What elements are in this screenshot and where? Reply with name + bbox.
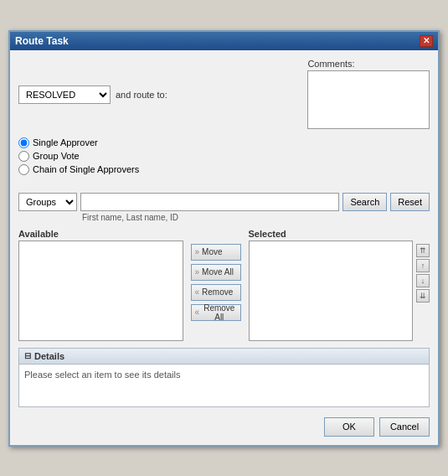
cancel-button[interactable]: Cancel: [379, 417, 430, 437]
move-label: Move: [202, 247, 222, 256]
search-button[interactable]: Search: [342, 193, 387, 211]
comments-label: Comments:: [307, 59, 430, 69]
search-row: Groups Users Roles Search Reset: [18, 193, 430, 211]
move-icon: »: [195, 247, 200, 256]
radio-group: Single Approver Group Vote Chain of Sing…: [18, 137, 430, 178]
reset-button[interactable]: Reset: [390, 193, 430, 211]
selected-container: Selected: [249, 229, 414, 341]
radio-group-vote: Group Vote: [18, 151, 430, 162]
radio-chain-label: Chain of Single Approvers: [33, 164, 139, 174]
remove-all-button[interactable]: « Remove All: [191, 304, 241, 321]
dialog-title: Route Task: [15, 35, 69, 47]
status-select[interactable]: RESOLVED OPEN PENDING: [18, 85, 111, 104]
remove-all-label: Remove All: [202, 303, 236, 322]
details-header: ⊟ Details: [19, 349, 429, 365]
remove-label: Remove: [202, 287, 233, 297]
move-all-icon: »: [195, 267, 200, 277]
scroll-controls: ⇈ ↑ ↓ ⇊: [416, 229, 430, 303]
move-all-label: Move All: [202, 267, 234, 277]
available-list[interactable]: [18, 241, 183, 341]
close-button[interactable]: ✕: [420, 35, 433, 47]
remove-icon: «: [195, 287, 200, 297]
scroll-bottom-button[interactable]: ⇊: [416, 289, 430, 303]
details-section: ⊟ Details Please select an item to see i…: [18, 348, 430, 407]
search-input[interactable]: [80, 193, 339, 211]
selected-label: Selected: [249, 229, 414, 239]
selected-list[interactable]: [249, 241, 414, 341]
move-all-button[interactable]: » Move All: [191, 264, 241, 281]
radio-single-approver-label: Single Approver: [33, 137, 98, 147]
top-section: RESOLVED OPEN PENDING and route to: Comm…: [18, 59, 430, 186]
comments-section: Comments:: [307, 59, 430, 131]
title-bar: Route Task ✕: [10, 32, 438, 50]
details-text: Please select an item to see its details: [24, 370, 180, 380]
comments-textarea[interactable]: [307, 70, 430, 129]
available-container: Available: [18, 229, 183, 341]
radio-chain: Chain of Single Approvers: [18, 164, 430, 175]
scroll-up-button[interactable]: ↑: [416, 259, 430, 272]
radio-group-vote-input[interactable]: [18, 151, 29, 162]
and-route-label: and route to:: [116, 90, 167, 100]
scroll-top-button[interactable]: ⇈: [416, 244, 430, 257]
route-task-dialog: Route Task ✕ RESOLVED OPEN PENDING and r…: [8, 30, 440, 447]
remove-button[interactable]: « Remove: [191, 284, 241, 301]
radio-single-approver: Single Approver: [18, 137, 430, 148]
ok-button[interactable]: OK: [324, 417, 374, 437]
lists-row: Available » Move » Move All « Remove «: [18, 229, 430, 341]
scroll-down-button[interactable]: ↓: [416, 274, 430, 287]
radio-group-vote-label: Group Vote: [33, 151, 80, 161]
move-buttons: » Move » Move All « Remove « Remove All: [187, 229, 245, 321]
radio-single-approver-input[interactable]: [18, 137, 29, 148]
move-button[interactable]: » Move: [191, 244, 241, 261]
dialog-body: RESOLVED OPEN PENDING and route to: Comm…: [10, 50, 438, 445]
available-label: Available: [18, 229, 183, 239]
bottom-buttons: OK Cancel: [18, 414, 430, 437]
search-hint: First name, Last name, ID: [82, 213, 430, 222]
radio-chain-input[interactable]: [18, 164, 29, 175]
collapse-icon[interactable]: ⊟: [24, 351, 31, 360]
details-header-label: Details: [34, 351, 64, 361]
group-select[interactable]: Groups Users Roles: [18, 193, 77, 211]
remove-all-icon: «: [195, 308, 200, 317]
details-content: Please select an item to see its details: [19, 365, 429, 406]
